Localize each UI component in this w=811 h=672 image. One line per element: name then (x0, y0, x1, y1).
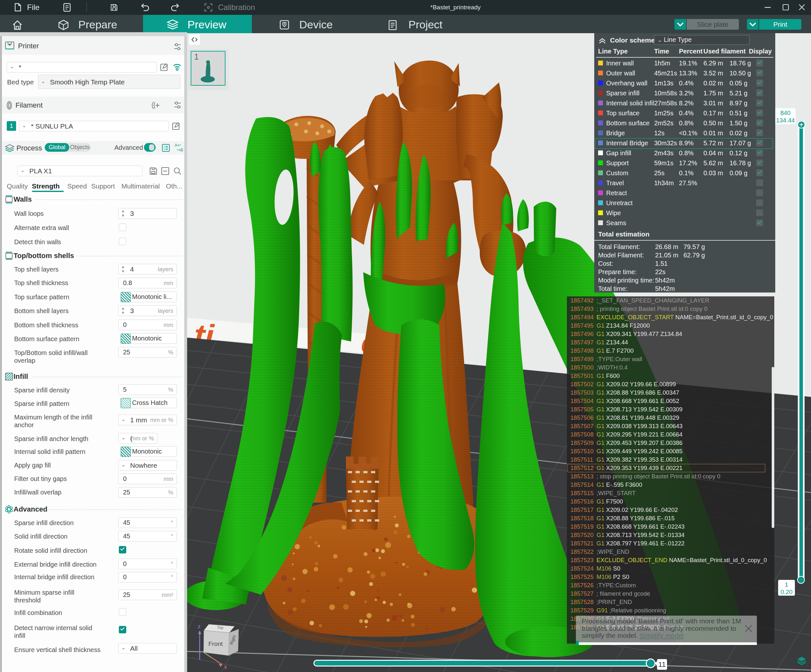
svg-text:A↩: A↩ (175, 143, 181, 148)
svg-text:↪B: ↪B (177, 148, 183, 153)
svg-text:Top: Top (217, 625, 224, 630)
svg-text:z: z (198, 623, 201, 630)
svg-text:Front: Front (209, 640, 223, 647)
svg-text:x: x (224, 664, 227, 670)
